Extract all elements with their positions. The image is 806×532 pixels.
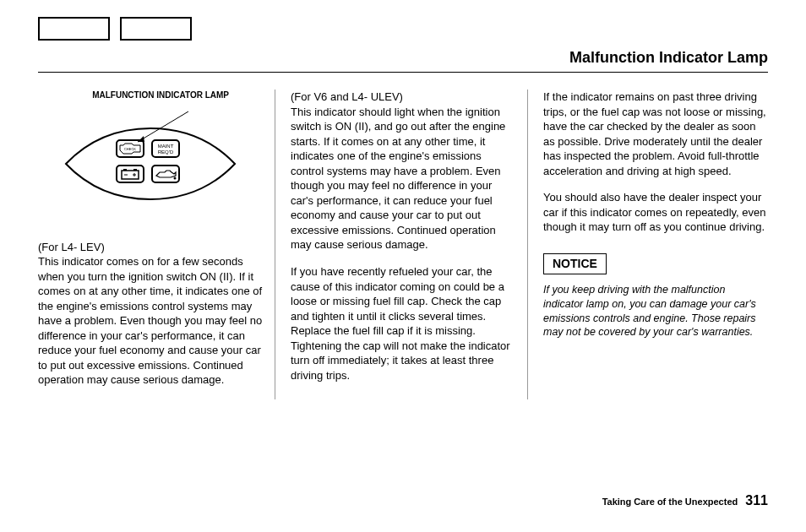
top-box-1 <box>38 17 110 41</box>
notice-text: If you keep driving with the malfunction… <box>543 283 768 340</box>
svg-text:CHECK: CHECK <box>124 147 136 151</box>
page-number: 311 <box>745 493 768 508</box>
column-3: If the indicator remains on past three d… <box>543 90 768 399</box>
svg-rect-4 <box>152 140 179 157</box>
page-title: Malfunction Indicator Lamp <box>38 49 768 73</box>
indicator-lamp-figure: CHECK MAINT REQ'D <box>49 105 252 214</box>
svg-text:REQ'D: REQ'D <box>158 149 174 155</box>
notice-label: NOTICE <box>543 253 607 274</box>
maint-reqd-icon: MAINT REQ'D <box>152 140 179 157</box>
svg-rect-10 <box>133 169 137 171</box>
top-box-2 <box>120 17 192 41</box>
svg-rect-14 <box>152 166 179 182</box>
col1-p1: This indicator comes on for a few second… <box>38 254 263 388</box>
svg-line-0 <box>138 111 188 142</box>
footer-section: Taking Care of the Unexpected <box>602 497 738 507</box>
svg-rect-9 <box>123 169 127 171</box>
col1-subhead: (For L4- LEV) <box>38 240 263 255</box>
col3-p1: If the indicator remains on past three d… <box>543 90 768 178</box>
col3-p2: You should also have the dealer inspect … <box>543 190 768 235</box>
svg-rect-7 <box>117 166 144 182</box>
check-engine-icon: CHECK <box>117 140 144 157</box>
svg-point-15 <box>174 176 177 179</box>
col2-p1: This indicator should light when the ign… <box>291 105 515 252</box>
footer: Taking Care of the Unexpected 311 <box>602 493 768 508</box>
figure-caption: MALFUNCTION INDICATOR LAMP <box>38 90 263 101</box>
col2-p2: If you have recently refueled your car, … <box>291 264 515 383</box>
top-tab-boxes <box>38 17 768 41</box>
oil-icon <box>152 166 179 182</box>
content-area: MALFUNCTION INDICATOR LAMP CHECK MAINT R… <box>38 90 768 399</box>
battery-icon <box>117 166 144 182</box>
col2-subhead: (For V6 and L4- ULEV) <box>291 90 515 105</box>
column-1: MALFUNCTION INDICATOR LAMP CHECK MAINT R… <box>38 90 275 399</box>
column-2: (For V6 and L4- ULEV) This indicator sho… <box>291 90 528 399</box>
svg-text:MAINT: MAINT <box>158 144 174 149</box>
